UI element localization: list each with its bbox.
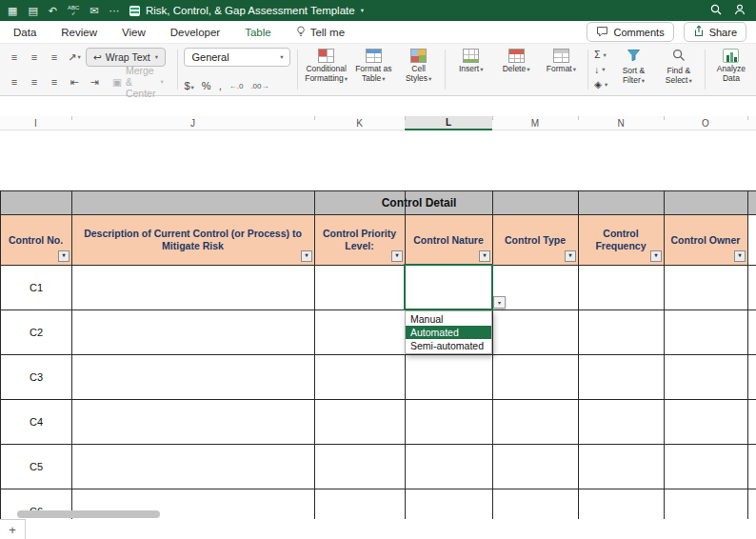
- find-select-label: Find & Select: [666, 66, 690, 85]
- decrease-indent-button[interactable]: ⇤: [66, 73, 83, 90]
- tab-review[interactable]: Review: [61, 27, 97, 38]
- add-sheet-button[interactable]: +: [0, 519, 26, 539]
- comments-label: Comments: [613, 27, 664, 38]
- section-title-cell[interactable]: Control Detail: [0, 191, 756, 214]
- sort-filter-button[interactable]: Sort & Filter▾: [614, 48, 652, 91]
- tab-table[interactable]: Table: [245, 27, 271, 38]
- account-icon[interactable]: [734, 2, 746, 19]
- chevron-down-icon: ▾: [480, 66, 483, 72]
- column-tick: [492, 116, 493, 120]
- titlebar-right: [710, 0, 746, 21]
- filter-button[interactable]: ▾: [479, 250, 490, 262]
- spellcheck-icon[interactable]: ABC ✓: [68, 5, 79, 16]
- header-cell-owner[interactable]: Control Owner ▾: [664, 215, 747, 265]
- dropdown-option-semi-automated[interactable]: Semi-automated: [406, 339, 491, 352]
- workbook-title: Risk, Control, & Gap Assessment Template: [146, 5, 355, 16]
- align-middle-button[interactable]: ≡: [26, 49, 43, 66]
- header-cell-type[interactable]: Control Type ▾: [492, 215, 578, 265]
- insert-button[interactable]: Insert▾: [452, 48, 490, 91]
- column-header-I[interactable]: I: [0, 116, 71, 130]
- horizontal-scrollbar[interactable]: [17, 510, 160, 518]
- grid-line: [0, 399, 756, 400]
- grid-line: [0, 489, 756, 489]
- column-header-K[interactable]: K: [314, 116, 405, 130]
- sheet-icon[interactable]: ▤: [28, 6, 37, 16]
- row-cell-c5[interactable]: C5: [1, 445, 71, 489]
- orientation-button[interactable]: ↗ ▾: [66, 49, 83, 66]
- header-cell-priority[interactable]: Control Priority Level: ▾: [314, 215, 405, 265]
- dropdown-option-manual[interactable]: Manual: [406, 312, 491, 326]
- conditional-formatting-button[interactable]: Conditional Formatting▾: [305, 48, 348, 91]
- delete-button[interactable]: Delete▾: [497, 48, 535, 91]
- grid-line: [0, 214, 756, 215]
- header-cell-control-no[interactable]: Control No. ▾: [0, 215, 71, 265]
- column-header-M[interactable]: M: [492, 116, 578, 130]
- comments-button[interactable]: Comments: [587, 22, 673, 42]
- row-cell-c2[interactable]: C2: [1, 310, 71, 354]
- filter-button[interactable]: ▾: [58, 250, 70, 262]
- search-icon[interactable]: [710, 2, 722, 19]
- decrease-decimal-button[interactable]: .00→: [250, 82, 269, 90]
- column-header-O[interactable]: O: [664, 116, 747, 130]
- active-cell-selection[interactable]: [404, 264, 493, 310]
- increase-decimal-button[interactable]: ←.0: [229, 82, 244, 90]
- row-cell-c4[interactable]: C4: [1, 400, 71, 444]
- tab-view[interactable]: View: [122, 27, 146, 38]
- autosum-button[interactable]: Σ▾: [594, 48, 607, 62]
- row-cell-c3[interactable]: C3: [1, 355, 71, 399]
- tab-data[interactable]: Data: [13, 27, 36, 38]
- number-format-select[interactable]: General ▾: [184, 48, 290, 67]
- conditional-formatting-label: Conditional Formatting: [305, 64, 347, 83]
- title-chevron-icon: ▾: [361, 7, 364, 14]
- comma-style-button[interactable]: ,: [219, 80, 222, 91]
- chevron-down-icon: ▾: [345, 75, 348, 82]
- clear-button[interactable]: ◈▾: [594, 77, 607, 91]
- format-as-table-icon: [366, 49, 382, 63]
- find-select-button[interactable]: Find & Select▾: [660, 48, 698, 91]
- align-bottom-button[interactable]: ≡: [46, 49, 63, 66]
- row-cell-c1[interactable]: C1: [1, 266, 71, 309]
- grid-icon[interactable]: ▦: [8, 6, 17, 16]
- currency-format-button[interactable]: $▾: [184, 80, 193, 91]
- header-cell-nature[interactable]: Control Nature ▾: [405, 215, 492, 265]
- editing-group: Σ▾ ↓▾ ◈▾: [594, 48, 607, 91]
- filter-button[interactable]: ▾: [650, 250, 662, 262]
- merge-center-button[interactable]: ▣ Merge & Center ▾: [106, 72, 170, 91]
- column-header-N[interactable]: N: [578, 116, 664, 130]
- more-icon[interactable]: ⋯: [109, 6, 120, 16]
- wrap-text-button[interactable]: ↩ Wrap Text ▾: [86, 48, 166, 67]
- format-button[interactable]: Format▾: [542, 48, 580, 91]
- grid-line: [0, 444, 756, 445]
- column-header-L[interactable]: L: [405, 116, 492, 130]
- header-cell-description[interactable]: Description of Current Control (or Proce…: [71, 215, 314, 265]
- format-as-table-label: Format as Table: [355, 64, 391, 83]
- grid-line: [0, 190, 756, 191]
- tab-tell-me[interactable]: Tell me: [296, 26, 345, 39]
- grid-line: [314, 190, 315, 519]
- grid-line: [664, 190, 665, 519]
- mail-icon[interactable]: ✉: [90, 6, 98, 16]
- share-button[interactable]: Share: [684, 22, 746, 42]
- window-title[interactable]: Risk, Control, & Gap Assessment Template…: [129, 0, 364, 21]
- validation-dropdown-button[interactable]: ▾: [493, 296, 506, 309]
- filter-button[interactable]: ▾: [301, 250, 312, 262]
- header-cell-frequency[interactable]: Control Frequency ▾: [578, 215, 664, 265]
- undo-icon[interactable]: ↶: [49, 6, 57, 16]
- increase-indent-button[interactable]: ⇥: [86, 73, 103, 90]
- column-header-J[interactable]: J: [71, 116, 314, 130]
- format-as-table-button[interactable]: Format as Table▾: [354, 48, 392, 91]
- tab-developer[interactable]: Developer: [170, 27, 220, 38]
- filter-button[interactable]: ▾: [391, 250, 403, 262]
- cell-styles-button[interactable]: Cell Styles▾: [399, 48, 437, 91]
- filter-button[interactable]: ▾: [734, 250, 746, 262]
- align-right-button[interactable]: ≡: [46, 73, 63, 90]
- dropdown-option-automated[interactable]: Automated: [406, 326, 491, 339]
- align-top-button[interactable]: ≡: [6, 49, 23, 66]
- percent-style-button[interactable]: %: [202, 80, 211, 91]
- align-left-button[interactable]: ≡: [6, 73, 23, 90]
- analyze-data-button[interactable]: Analyze Data: [712, 48, 750, 91]
- filter-button[interactable]: ▾: [565, 250, 576, 262]
- align-center-button[interactable]: ≡: [26, 73, 43, 90]
- fill-button[interactable]: ↓▾: [594, 63, 607, 77]
- spreadsheet-grid[interactable]: Control Detail Control No. ▾ Description…: [0, 130, 756, 519]
